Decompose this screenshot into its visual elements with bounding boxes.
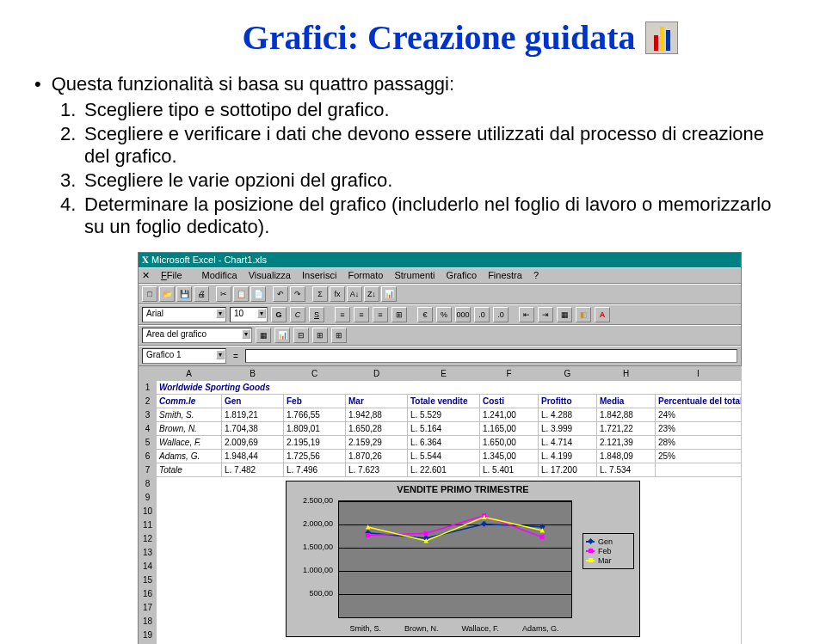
row-header[interactable]: 16 (139, 587, 157, 601)
by-col-icon[interactable]: ⊞ (312, 328, 328, 343)
cell[interactable]: 1.345,00 (480, 450, 539, 463)
font-name-combo[interactable]: Arial (142, 307, 226, 322)
redo-icon[interactable]: ↷ (290, 286, 305, 302)
cell[interactable]: L. 4.288 (539, 408, 597, 422)
plot-area[interactable] (338, 500, 572, 618)
row-header[interactable]: 11 (139, 518, 157, 532)
thousands-icon[interactable]: 000 (455, 307, 471, 322)
row-header[interactable]: 18 (139, 615, 157, 629)
name-box[interactable]: Grafico 1 (142, 348, 226, 364)
cell[interactable] (656, 463, 742, 477)
cell[interactable]: 23% (656, 422, 742, 436)
row-header[interactable]: 5 (139, 436, 157, 450)
fx-icon[interactable]: fx (330, 286, 345, 302)
row-header[interactable]: 10 (139, 505, 157, 518)
cell[interactable]: Percentuale del totale (656, 395, 742, 408)
cell[interactable]: Worldwide Sporting Goods (157, 381, 742, 395)
undo-icon[interactable]: ↶ (273, 286, 288, 302)
cell[interactable]: 1.725,56 (284, 450, 346, 463)
cell[interactable]: L. 5.401 (480, 463, 539, 477)
align-right-icon[interactable]: ≡ (373, 307, 388, 322)
cell[interactable]: Feb (284, 395, 346, 408)
copy-icon[interactable]: 📋 (233, 286, 249, 302)
cell[interactable]: 1.721,22 (597, 422, 656, 436)
row-header[interactable]: 12 (139, 532, 157, 546)
cell[interactable]: 1.165,00 (480, 422, 539, 436)
menu-formato[interactable]: Formato (348, 270, 383, 280)
row-header[interactable]: 3 (139, 408, 157, 422)
format-obj-icon[interactable]: ▦ (256, 328, 271, 343)
percent-icon[interactable]: % (436, 307, 452, 322)
cell[interactable]: Wallace, F. (157, 436, 222, 450)
underline-icon[interactable]: S (309, 307, 324, 322)
align-left-icon[interactable]: ≡ (335, 307, 350, 322)
fill-color-icon[interactable]: ◧ (576, 307, 591, 322)
col-header[interactable]: F (480, 367, 539, 381)
cell[interactable]: Comm.le (157, 395, 222, 408)
cell[interactable]: 1.650,28 (346, 422, 408, 436)
currency-icon[interactable]: € (417, 307, 433, 322)
spreadsheet[interactable]: A B C D E F G H I 1Worldwide Sporting Go… (139, 366, 742, 644)
menu-visualizza[interactable]: Visualizza (249, 270, 291, 280)
chart-cell[interactable]: VENDITE PRIMO TRIMESTRE 2.500,00 2.000,0… (157, 477, 742, 644)
cell[interactable]: L. 5.164 (408, 422, 480, 436)
col-header[interactable]: C (284, 367, 346, 381)
cell[interactable]: L. 7.482 (222, 463, 284, 477)
cell[interactable]: 1.241,00 (480, 408, 539, 422)
align-center-icon[interactable]: ≡ (354, 307, 369, 322)
cell[interactable]: L. 4.199 (539, 450, 597, 463)
col-header[interactable]: B (222, 367, 284, 381)
paste-icon[interactable]: 📄 (250, 286, 266, 302)
row-header[interactable]: 13 (139, 546, 157, 560)
font-size-combo[interactable]: 10 (230, 307, 268, 322)
cell[interactable]: Adams, G. (157, 450, 222, 463)
indent-dec-icon[interactable]: ⇤ (519, 307, 534, 322)
col-header[interactable]: D (346, 367, 408, 381)
cell[interactable]: L. 7.534 (597, 463, 656, 477)
cut-icon[interactable]: ✂ (216, 286, 231, 302)
cell[interactable]: 2.009,69 (222, 436, 284, 450)
embedded-chart[interactable]: VENDITE PRIMO TRIMESTRE 2.500,00 2.000,0… (286, 481, 640, 637)
legend[interactable]: Gen Feb Mar (583, 533, 634, 569)
cell[interactable]: Media (597, 395, 656, 408)
cell[interactable]: 1.942,88 (346, 408, 408, 422)
cell[interactable]: Profitto (539, 395, 597, 408)
cell[interactable]: Costi (480, 395, 539, 408)
by-row-icon[interactable]: ⊟ (293, 328, 309, 343)
cell[interactable]: 25% (656, 450, 742, 463)
cell[interactable]: Totale vendite (408, 395, 480, 408)
close-icon[interactable]: ✕ (142, 270, 150, 280)
bold-icon[interactable]: G (271, 307, 287, 322)
cell[interactable]: L. 7.496 (284, 463, 346, 477)
corner-cell[interactable] (139, 367, 157, 381)
chart-type-icon[interactable]: 📊 (274, 328, 290, 343)
cell[interactable]: L. 3.999 (539, 422, 597, 436)
cell[interactable]: 2.121,39 (597, 436, 656, 450)
cell[interactable]: Gen (222, 395, 284, 408)
cell[interactable]: 28% (656, 436, 742, 450)
cell[interactable]: 1.650,00 (480, 436, 539, 450)
font-color-icon[interactable]: A (595, 307, 610, 322)
col-header[interactable]: H (597, 367, 656, 381)
cell[interactable]: 1.870,26 (346, 450, 408, 463)
chart-area-combo[interactable]: Area del grafico (142, 328, 252, 343)
col-header[interactable]: I (656, 367, 742, 381)
col-header[interactable]: G (539, 367, 597, 381)
cell[interactable]: 1.766,55 (284, 408, 346, 422)
inc-dec-icon[interactable]: .0 (474, 307, 490, 322)
row-header[interactable]: 17 (139, 601, 157, 615)
save-icon[interactable]: 💾 (176, 286, 192, 302)
row-header[interactable]: 19 (139, 629, 157, 642)
cell[interactable]: 1.819,21 (222, 408, 284, 422)
cell[interactable]: 1.848,09 (597, 450, 656, 463)
row-header[interactable]: 4 (139, 422, 157, 436)
cell[interactable]: Brown, N. (157, 422, 222, 436)
menu-finestra[interactable]: Finestra (488, 270, 522, 280)
formula-bar[interactable] (245, 349, 737, 363)
cell[interactable]: L. 4.714 (539, 436, 597, 450)
col-header[interactable]: E (408, 367, 480, 381)
chart-wizard-toolbar-icon[interactable]: 📊 (381, 286, 397, 302)
data-table-icon[interactable]: ⊞ (331, 328, 347, 343)
sort-asc-icon[interactable]: A↓ (347, 286, 362, 302)
cell[interactable]: Smith, S. (157, 408, 222, 422)
